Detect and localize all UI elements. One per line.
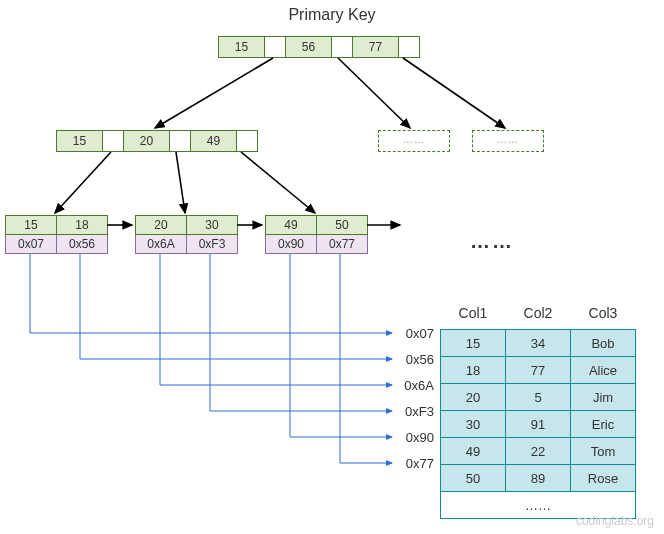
svg-line-4 — [176, 152, 185, 213]
table-row: 30 91 Eric — [441, 411, 636, 438]
leaf-key: 15 — [6, 216, 57, 234]
table-row: 18 77 Alice — [441, 357, 636, 384]
leaf-ptr: 0x77 — [317, 235, 367, 253]
table-row: 49 22 Tom — [441, 438, 636, 465]
table-row: 50 89 Rose — [441, 465, 636, 492]
internal-ptr — [103, 131, 124, 151]
row-address: 0x56 — [406, 352, 434, 367]
leaf-ptr: 0x07 — [6, 235, 57, 253]
svg-line-5 — [241, 152, 315, 213]
table-cell: Eric — [571, 411, 636, 438]
diagram-title: Primary Key — [0, 6, 664, 24]
leaf-key: 49 — [266, 216, 317, 234]
leaf-ptr: 0x90 — [266, 235, 317, 253]
row-address: 0xF3 — [405, 404, 434, 419]
table-cell: 91 — [506, 411, 571, 438]
table-cell: Alice — [571, 357, 636, 384]
table-header: Col2 — [506, 300, 571, 330]
leaf-ellipsis: …… — [470, 230, 514, 253]
root-ptr — [332, 37, 353, 57]
root-key: 56 — [286, 37, 332, 57]
table-row: 20 5 Jim — [441, 384, 636, 411]
table-row: 15 34 Bob — [441, 330, 636, 357]
row-address: 0x90 — [406, 430, 434, 445]
btree-leaf-node: 20 30 0x6A 0xF3 — [135, 215, 238, 254]
table-cell: Rose — [571, 465, 636, 492]
btree-root-node: 15 56 77 — [218, 36, 420, 58]
table-header: Col1 — [441, 300, 506, 330]
btree-leaf-node: 15 18 0x07 0x56 — [5, 215, 108, 254]
btree-internal-placeholder: …… — [378, 130, 450, 152]
btree-internal-placeholder: …… — [472, 130, 544, 152]
btree-internal-node: 15 20 49 — [56, 130, 258, 152]
root-ptr — [265, 37, 286, 57]
internal-ptr — [170, 131, 191, 151]
table-cell: Tom — [571, 438, 636, 465]
internal-key: 49 — [191, 131, 237, 151]
table-header: Col3 — [571, 300, 636, 330]
table-cell: 49 — [441, 438, 506, 465]
svg-line-1 — [338, 58, 410, 128]
table-cell: 18 — [441, 357, 506, 384]
row-address: 0x6A — [404, 378, 434, 393]
table-cell: 34 — [506, 330, 571, 357]
table-cell: 15 — [441, 330, 506, 357]
svg-line-2 — [403, 58, 505, 128]
table-cell: 77 — [506, 357, 571, 384]
leaf-ptr: 0xF3 — [187, 235, 237, 253]
internal-ptr — [237, 131, 257, 151]
root-key: 77 — [353, 37, 399, 57]
data-table: Col1 Col2 Col3 15 34 Bob 18 77 Alice 20 … — [440, 300, 636, 519]
leaf-key: 18 — [57, 216, 107, 234]
row-address: 0x77 — [406, 456, 434, 471]
table-cell: Bob — [571, 330, 636, 357]
svg-line-3 — [55, 152, 111, 213]
table-cell: 5 — [506, 384, 571, 411]
svg-line-0 — [155, 58, 273, 128]
leaf-ptr: 0x56 — [57, 235, 107, 253]
root-key: 15 — [219, 37, 265, 57]
root-ptr — [399, 37, 419, 57]
leaf-key: 50 — [317, 216, 367, 234]
table-cell: 20 — [441, 384, 506, 411]
row-address: 0x07 — [406, 326, 434, 341]
table-cell: 22 — [506, 438, 571, 465]
leaf-key: 20 — [136, 216, 187, 234]
internal-key: 15 — [57, 131, 103, 151]
leaf-ptr: 0x6A — [136, 235, 187, 253]
btree-leaf-node: 49 50 0x90 0x77 — [265, 215, 368, 254]
table-cell: 30 — [441, 411, 506, 438]
table-cell: 50 — [441, 465, 506, 492]
internal-key: 20 — [124, 131, 170, 151]
leaf-key: 30 — [187, 216, 237, 234]
watermark: codinglabs.org — [576, 514, 654, 528]
table-cell: 89 — [506, 465, 571, 492]
table-cell: Jim — [571, 384, 636, 411]
